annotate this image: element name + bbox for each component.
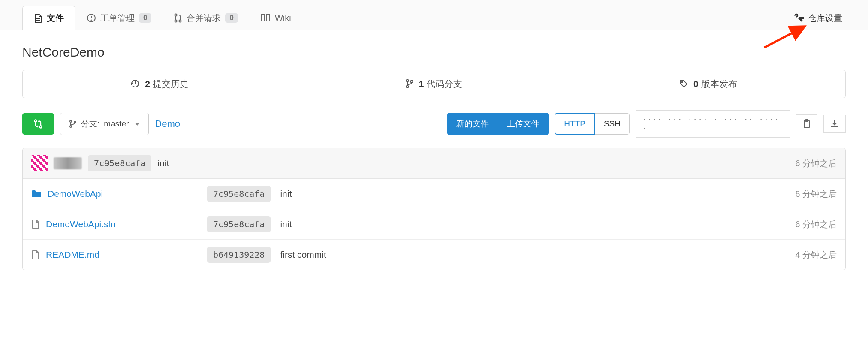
new-file-button[interactable]: 新的文件 <box>447 113 498 135</box>
issues-count-badge: 0 <box>139 13 151 23</box>
stats-bar: 2 提交历史 1 代码分支 0 版本发布 <box>22 70 846 98</box>
svg-point-15 <box>40 126 42 128</box>
branch-icon <box>405 79 414 88</box>
commit-time: 4 分钟之后 <box>795 249 837 261</box>
svg-point-17 <box>70 126 72 127</box>
tab-wiki[interactable]: Wiki <box>249 7 302 29</box>
tag-icon <box>679 79 688 88</box>
file-icon <box>34 14 42 23</box>
tab-settings-label: 仓库设置 <box>808 12 842 24</box>
copy-url-button[interactable] <box>796 114 817 133</box>
tab-issues[interactable]: 工单管理 0 <box>75 6 163 30</box>
avatar[interactable] <box>31 155 48 172</box>
clipboard-icon <box>802 119 811 129</box>
tab-issues-label: 工单管理 <box>100 12 135 24</box>
file-name-link[interactable]: README.md <box>46 250 99 260</box>
file-row: README.md b649139228 first commit 4 分钟之后 <box>23 240 845 270</box>
commit-message: init <box>157 158 169 168</box>
commit-sha[interactable]: 7c95e8cafa <box>207 186 271 202</box>
clone-url-field[interactable]: ···· ··· ···· · ··· ·· ···· · <box>636 110 790 138</box>
file-listing-panel: 7c95e8cafa init 6 分钟之后 DemoWebApi 7c95e8… <box>22 148 846 270</box>
git-pull-icon <box>174 13 182 23</box>
file-row: DemoWebApi.sln 7c95e8cafa init 6 分钟之后 <box>23 209 845 240</box>
download-icon <box>830 120 839 128</box>
branch-selector[interactable]: 分支: master <box>60 113 149 135</box>
svg-point-12 <box>410 81 413 83</box>
commit-message: first commit <box>280 250 326 260</box>
stat-commits[interactable]: 2 提交历史 <box>23 70 297 98</box>
svg-point-4 <box>91 20 92 21</box>
svg-point-6 <box>175 20 177 22</box>
tab-files-label: 文件 <box>47 12 64 24</box>
commit-time: 6 分钟之后 <box>795 188 837 200</box>
svg-point-5 <box>175 14 177 16</box>
svg-rect-21 <box>831 126 838 127</box>
svg-point-10 <box>406 80 408 82</box>
file-name-link[interactable]: DemoWebApi.sln <box>46 219 115 229</box>
commit-sha[interactable]: 7c95e8cafa <box>88 155 151 172</box>
clone-protocol-group: HTTP SSH <box>555 113 630 135</box>
file-icon <box>31 250 40 260</box>
tab-pulls[interactable]: 合并请求 0 <box>163 6 249 30</box>
file-actions-group: 新的文件 上传文件 <box>447 113 549 135</box>
tab-files[interactable]: 文件 <box>22 6 75 30</box>
svg-point-11 <box>406 86 408 88</box>
compare-button[interactable] <box>22 113 54 135</box>
pulls-count-badge: 0 <box>225 13 238 23</box>
breadcrumb-root[interactable]: Demo <box>155 118 180 129</box>
tab-wiki-label: Wiki <box>275 13 291 23</box>
svg-point-14 <box>35 120 37 122</box>
stat-releases[interactable]: 0 版本发布 <box>571 70 845 98</box>
svg-point-18 <box>74 121 76 123</box>
tab-pulls-label: 合并请求 <box>187 12 221 24</box>
tools-icon <box>793 13 804 23</box>
tab-settings[interactable]: 仓库设置 <box>782 6 846 30</box>
file-name-link[interactable]: DemoWebApi <box>48 189 103 199</box>
commit-message: init <box>280 189 292 199</box>
file-row: DemoWebApi 7c95e8cafa init 6 分钟之后 <box>23 179 845 209</box>
svg-point-13 <box>681 81 683 83</box>
commit-time: 6 分钟之后 <box>795 219 837 230</box>
folder-icon <box>31 190 42 198</box>
book-icon <box>260 14 271 22</box>
file-icon <box>31 219 40 229</box>
repo-toolbar: 分支: master Demo 新的文件 上传文件 HTTP SSH ···· … <box>22 110 846 138</box>
stat-branches[interactable]: 1 代码分支 <box>297 70 571 98</box>
protocol-ssh-button[interactable]: SSH <box>595 113 630 135</box>
protocol-http-button[interactable]: HTTP <box>555 113 595 135</box>
alert-icon <box>87 13 96 23</box>
latest-commit-row: 7c95e8cafa init 6 分钟之后 <box>23 148 845 179</box>
chevron-down-icon <box>135 123 140 126</box>
svg-point-7 <box>179 20 181 22</box>
svg-point-16 <box>70 120 72 122</box>
compare-icon <box>33 119 43 129</box>
repo-tabs-bar: 文件 工单管理 0 合并请求 0 Wiki 仓库设置 <box>0 0 868 30</box>
upload-file-button[interactable]: 上传文件 <box>498 113 549 135</box>
commit-message: init <box>280 219 292 229</box>
repo-title: NetCoreDemo <box>22 30 846 70</box>
commit-time: 6 分钟之后 <box>795 158 837 169</box>
history-icon <box>130 79 140 88</box>
download-button[interactable] <box>823 115 846 133</box>
branch-icon <box>69 120 77 128</box>
author-name-masked <box>54 157 82 169</box>
commit-sha[interactable]: b649139228 <box>207 247 271 263</box>
commit-sha[interactable]: 7c95e8cafa <box>207 216 271 232</box>
